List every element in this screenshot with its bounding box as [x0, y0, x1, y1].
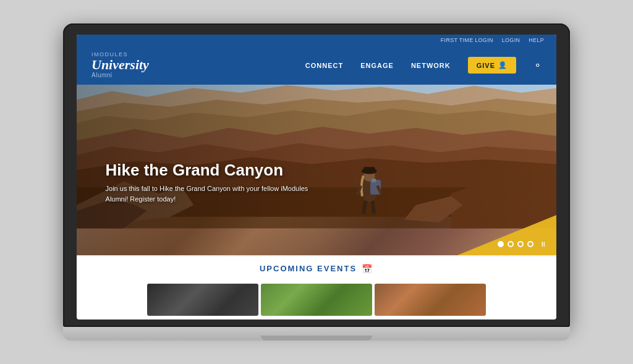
- events-label: UPCOMING EVENTS: [260, 264, 357, 273]
- hero-text-block: Hike the Grand Canyon Join us this fall …: [106, 161, 316, 205]
- slide-indicators: ⏸: [498, 240, 546, 248]
- hero-subtitle: Join us this fall to Hike the Grand Cany…: [106, 184, 316, 204]
- screen-bezel: FIRST TIME LOGIN LOGIN HELP iMODULES Uni…: [63, 23, 570, 327]
- nav-connect[interactable]: CONNECT: [305, 62, 343, 69]
- utility-bar: FIRST TIME LOGIN LOGIN HELP: [77, 35, 556, 46]
- hero-section: Hike the Grand Canyon Join us this fall …: [77, 85, 556, 255]
- yellow-accent: [433, 215, 556, 255]
- give-button[interactable]: GIVE 👤: [468, 57, 516, 74]
- give-label: GIVE: [477, 62, 495, 69]
- logo: iMODULES University Alumni: [91, 52, 149, 78]
- slide-dot-3[interactable]: [517, 241, 524, 247]
- calendar-icon: 📅: [362, 264, 373, 274]
- pause-icon[interactable]: ⏸: [540, 240, 546, 248]
- give-person-icon: 👤: [498, 61, 508, 69]
- search-icon[interactable]: ⚬: [533, 59, 542, 71]
- events-section: UPCOMING EVENTS 📅: [77, 255, 556, 279]
- first-time-login-link[interactable]: FIRST TIME LOGIN: [441, 37, 493, 43]
- slide-dot-2[interactable]: [508, 241, 514, 247]
- svg-marker-23: [457, 215, 556, 255]
- event-thumbnails: [77, 279, 556, 320]
- event-thumb-2[interactable]: [261, 284, 372, 316]
- nav-links: CONNECT ENGAGE NETWORK GIVE 👤 ⚬: [305, 57, 542, 74]
- nav-network[interactable]: NETWORK: [411, 62, 451, 69]
- event-thumb-1[interactable]: [147, 284, 258, 316]
- login-link[interactable]: LOGIN: [502, 37, 520, 43]
- logo-university: University: [91, 58, 149, 72]
- hero-title: Hike the Grand Canyon: [106, 161, 316, 179]
- help-link[interactable]: HELP: [529, 37, 544, 43]
- main-navigation: iMODULES University Alumni CONNECT ENGAG…: [77, 46, 556, 85]
- slide-dot-4[interactable]: [527, 241, 533, 247]
- laptop-container: FIRST TIME LOGIN LOGIN HELP iMODULES Uni…: [63, 23, 570, 341]
- laptop-base: [63, 327, 570, 341]
- events-title: UPCOMING EVENTS 📅: [89, 264, 544, 274]
- nav-engage[interactable]: ENGAGE: [360, 62, 394, 69]
- logo-sub: Alumni: [91, 72, 149, 78]
- event-thumb-3[interactable]: [375, 284, 486, 316]
- screen: FIRST TIME LOGIN LOGIN HELP iMODULES Uni…: [77, 35, 556, 320]
- website: FIRST TIME LOGIN LOGIN HELP iMODULES Uni…: [77, 35, 556, 320]
- slide-dot-1[interactable]: [498, 241, 504, 247]
